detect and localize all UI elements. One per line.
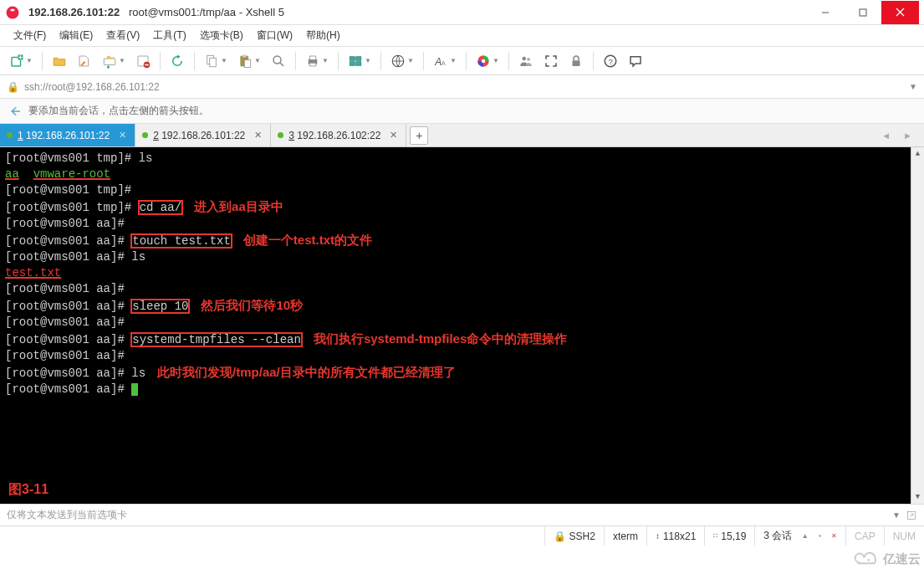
- help-button[interactable]: ?: [599, 49, 622, 73]
- scroll-up-icon[interactable]: ▲: [911, 147, 924, 161]
- svg-text:A: A: [434, 55, 442, 67]
- tab-bar: 1 192.168.26.101:22 ✕ 2 192.168.26.101:2…: [0, 124, 924, 147]
- terminal-line: [root@vms001 aa]# sleep 10然后我们等待10秒: [5, 297, 919, 315]
- annotation: 此时我们发现/tmp/aa/目录中的所有文件都已经清理了: [157, 365, 456, 379]
- tab-close-icon[interactable]: ✕: [254, 130, 262, 141]
- status-protocol: 🔒SSH2: [544, 526, 604, 546]
- fullscreen-button[interactable]: [539, 49, 563, 73]
- close-icon[interactable]: ✕: [831, 532, 837, 540]
- font-button[interactable]: AA▼: [429, 49, 461, 73]
- info-text: 要添加当前会话，点击左侧的箭头按钮。: [28, 104, 209, 118]
- terminal-line: [root@vms001 aa]# touch test.txt创建一个test…: [5, 232, 919, 249]
- svg-rect-33: [573, 60, 580, 66]
- terminal-line: [root@vms001 aa]#: [5, 382, 919, 397]
- svg-rect-26: [356, 61, 361, 65]
- tab-close-icon[interactable]: ✕: [119, 130, 126, 141]
- watermark: 亿速云: [853, 551, 921, 567]
- annotation: 然后我们等待10秒: [201, 298, 303, 312]
- terminal-line: [root@vms001 aa]#: [5, 216, 919, 232]
- cursor: [131, 383, 138, 396]
- svg-rect-22: [309, 63, 316, 66]
- lock-icon: 🔒: [554, 531, 566, 542]
- watermark-logo-icon: [853, 551, 880, 567]
- session-tab-2[interactable]: 2 192.168.26.101:22 ✕: [135, 124, 271, 146]
- layout-button[interactable]: ▼: [344, 49, 375, 73]
- svg-rect-16: [242, 54, 247, 57]
- terminal-line: [root@vms001 aa]#: [5, 281, 919, 297]
- svg-line-19: [280, 62, 284, 66]
- users-button[interactable]: [514, 49, 538, 73]
- send-dropdown-icon[interactable]: ▼: [892, 510, 901, 520]
- status-dot-icon: [7, 132, 13, 138]
- status-dot-icon: [142, 132, 148, 138]
- send-input[interactable]: 仅将文本发送到当前选项卡: [7, 508, 887, 522]
- tab-nav-arrows[interactable]: ◄ ►: [881, 131, 917, 141]
- menu-view[interactable]: 查看(V): [100, 27, 146, 44]
- session-tab-3[interactable]: 3 192.168.26.102:22 ✕: [271, 124, 406, 146]
- status-numlock: NUM: [884, 526, 924, 546]
- chat-button[interactable]: [624, 49, 647, 73]
- terminal-scrollbar[interactable]: ▲ ▼: [911, 147, 924, 504]
- color-button[interactable]: ▼: [472, 49, 503, 73]
- status-sessions: 3 会话 ▲ + ✕: [754, 526, 845, 546]
- annotation: 创建一个test.txt的文件: [243, 233, 372, 247]
- svg-rect-25: [350, 61, 355, 65]
- status-term: xterm: [604, 526, 646, 546]
- terminal-line: [root@vms001 tmp]#: [5, 182, 919, 198]
- add-tab-button[interactable]: +: [410, 126, 428, 145]
- print-button[interactable]: ▼: [301, 49, 333, 73]
- terminal[interactable]: [root@vms001 tmp]# lsaa vmware-root[root…: [0, 147, 924, 504]
- copy-button[interactable]: ▼: [200, 49, 232, 73]
- properties-button[interactable]: [73, 49, 96, 73]
- new-session-button[interactable]: ▼: [5, 49, 37, 73]
- close-button[interactable]: [881, 1, 919, 24]
- terminal-line: [root@vms001 tmp]# ls: [5, 151, 919, 167]
- encoding-button[interactable]: ▼: [386, 49, 418, 73]
- terminal-line: [root@vms001 aa]# systemd-tmpfiles --cle…: [5, 331, 919, 348]
- transfer-button[interactable]: ▼: [98, 49, 130, 73]
- tab-close-icon[interactable]: ✕: [390, 130, 397, 141]
- address-url[interactable]: ssh://root@192.168.26.101:22: [24, 81, 904, 93]
- send-popup-icon[interactable]: [906, 510, 917, 521]
- address-dropdown[interactable]: ▼: [909, 82, 917, 91]
- titlebar: 192.168.26.101:22 root@vms001:/tmp/aa - …: [0, 0, 924, 25]
- menu-file[interactable]: 文件(F): [7, 27, 53, 44]
- terminal-line: aa vmware-root: [5, 167, 919, 182]
- svg-point-0: [7, 6, 19, 18]
- status-dot-icon: [278, 132, 283, 138]
- svg-rect-21: [309, 56, 316, 60]
- session-tab-1[interactable]: 1 192.168.26.101:22 ✕: [0, 124, 135, 146]
- window-title: 192.168.26.101:22 root@vms001:/tmp/aa - …: [28, 6, 806, 18]
- find-button[interactable]: [267, 49, 290, 73]
- add-session-arrow-icon[interactable]: [8, 105, 22, 118]
- menu-edit[interactable]: 编辑(E): [53, 27, 100, 44]
- reconnect-button[interactable]: [166, 49, 189, 73]
- menu-window[interactable]: 窗口(W): [250, 27, 299, 44]
- status-size: ↕ 118x21: [646, 526, 704, 546]
- menu-tabs[interactable]: 选项卡(B): [193, 27, 250, 44]
- svg-text:A: A: [442, 59, 446, 66]
- menu-help[interactable]: 帮助(H): [299, 27, 347, 44]
- svg-point-32: [527, 57, 530, 60]
- menu-tools[interactable]: 工具(T): [146, 27, 192, 44]
- maximize-button[interactable]: [844, 1, 881, 24]
- terminal-line: [root@vms001 aa]# ls此时我们发现/tmp/aa/目录中的所有…: [5, 364, 919, 382]
- figure-label: 图3-11: [8, 481, 48, 497]
- minimize-button[interactable]: [806, 1, 844, 24]
- annotation: 进入到aa目录中: [194, 199, 283, 213]
- disconnect-button[interactable]: [131, 49, 155, 73]
- svg-rect-14: [210, 58, 217, 67]
- status-cursor-pos: ∷ 15,19: [704, 526, 754, 546]
- svg-point-37: [867, 559, 870, 561]
- svg-text:?: ?: [608, 56, 613, 65]
- paste-button[interactable]: ▼: [233, 49, 265, 73]
- annotation: 我们执行systemd-tmpfiles命令中的清理操作: [314, 331, 567, 346]
- app-icon: [5, 5, 20, 20]
- lock-button[interactable]: [564, 49, 588, 73]
- terminal-line: [root@vms001 aa]#: [5, 348, 919, 364]
- status-bar: 🔒SSH2 xterm ↕ 118x21 ∷ 15,19 3 会话 ▲ + ✕ …: [0, 525, 924, 546]
- terminal-line: test.txt: [5, 265, 919, 281]
- scroll-down-icon[interactable]: ▼: [911, 490, 924, 504]
- add-icon[interactable]: +: [818, 532, 822, 540]
- open-button[interactable]: [48, 49, 71, 73]
